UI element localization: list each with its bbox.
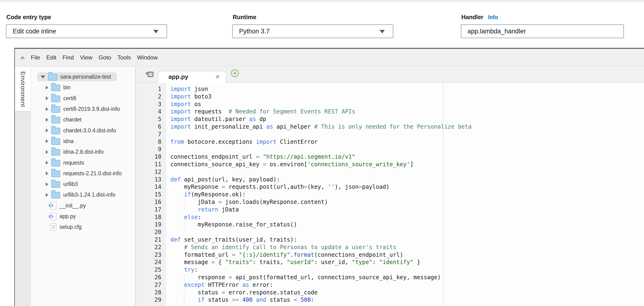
code-line[interactable]: 27 except HTTPError as error: [136, 281, 644, 289]
tree-item-root[interactable]: sara-personalize-test [31, 71, 135, 82]
tree-item[interactable]: urllib3-1.24.1.dist-info [31, 190, 135, 200]
code-line[interactable]: 25 try: [136, 266, 644, 274]
code-line[interactable]: 18 else: [136, 214, 644, 221]
code-text[interactable]: def api_post(url, key, payload): [166, 176, 280, 184]
collapse-arrow-icon[interactable] [46, 118, 48, 122]
tree-item[interactable]: app.py [31, 211, 135, 222]
collapse-arrow-icon[interactable] [46, 86, 48, 89]
collapse-arrow-icon[interactable] [46, 150, 48, 154]
code-text[interactable]: connections_source_api_key = os.environ[… [166, 161, 414, 168]
code-text[interactable]: message = { "traits": traits, "userId": … [166, 259, 420, 266]
code-line[interactable]: 21def set_user_traits(user_id, traits): [136, 236, 644, 244]
code-text[interactable]: jData = json.loads(myResponse.content) [166, 199, 328, 206]
code-text[interactable]: import init_personalize_api as api_helpe… [166, 123, 472, 131]
code-text[interactable] [166, 229, 170, 236]
collapse-arrow-icon[interactable] [46, 139, 48, 143]
code-line[interactable]: 22 # Sends an identify call to Personas … [136, 244, 644, 251]
code-line[interactable]: 2import boto3 [136, 93, 644, 101]
code-line[interactable]: 11connections_source_api_key = os.enviro… [136, 161, 644, 168]
menu-view[interactable]: View [77, 54, 96, 61]
tree-item[interactable]: bin [31, 82, 135, 93]
code-text[interactable]: import json [166, 85, 208, 93]
code-text[interactable]: import dateutil.parser as dp [166, 116, 266, 123]
menu-goto[interactable]: Goto [96, 54, 114, 61]
code-line[interactable]: 14 myResponse = requests.post(url,auth=(… [136, 183, 644, 191]
tab-list-icon[interactable] [146, 71, 154, 79]
expand-arrow-icon[interactable] [41, 75, 45, 78]
menu-window[interactable]: Window [134, 54, 161, 61]
code-text[interactable] [166, 131, 170, 138]
code-line[interactable]: 29 if status >= 400 and status < 500: [136, 296, 644, 304]
tree-item[interactable]: idna-2.8.dist-info [31, 147, 135, 157]
code-text[interactable]: connections_endpoint_url = "https://api.… [166, 153, 355, 161]
code-text[interactable]: else: [166, 214, 201, 221]
collapse-arrow-icon[interactable] [46, 182, 48, 186]
code-line[interactable]: 9 [136, 146, 644, 153]
code-line[interactable]: 12 [136, 168, 644, 176]
code-line[interactable]: 28 status = error.response.status_code [136, 289, 644, 297]
menu-edit[interactable]: Edit [43, 54, 59, 61]
tree-item[interactable]: requests-2.21.0.dist-info [31, 168, 135, 179]
tree-item[interactable]: idna [31, 136, 135, 147]
collapse-panel-icon[interactable] [20, 56, 25, 59]
tree-item[interactable]: certifi-2019.3.9.dist-info [31, 104, 135, 114]
code-line[interactable]: 16 jData = json.loads(myResponse.content… [136, 199, 644, 206]
code-text[interactable]: status = error.response.status_code [166, 289, 318, 297]
code-text[interactable]: import boto3 [166, 93, 211, 101]
collapse-arrow-icon[interactable] [46, 161, 48, 165]
menu-file[interactable]: File [28, 54, 43, 61]
code-text[interactable]: if status >= 400 and status < 500: [166, 296, 314, 304]
collapse-arrow-icon[interactable] [46, 171, 48, 175]
code-text[interactable]: import os [166, 101, 201, 108]
code-line[interactable]: 10connections_endpoint_url = "https://ap… [136, 153, 644, 161]
code-line[interactable]: 15 if(myResponse.ok): [136, 191, 644, 199]
menu-tools[interactable]: Tools [114, 54, 134, 61]
handler-input[interactable] [461, 24, 624, 38]
code-line[interactable]: 19 myResponse.raise_for_status() [136, 221, 644, 229]
handler-info-link[interactable]: Info [488, 14, 498, 20]
code-text[interactable]: def set_user_traits(user_id, traits): [166, 236, 297, 244]
code-line[interactable]: 4import requests # Needed for Segment Ev… [136, 108, 644, 116]
code-text[interactable]: formatted_url = "{:s}/identify".format(c… [166, 251, 403, 259]
collapse-arrow-icon[interactable] [46, 107, 48, 111]
tab-app-py[interactable]: app.py × [158, 71, 226, 83]
runtime-select[interactable]: Python 3.7 [232, 24, 393, 38]
tree-item[interactable]: __init__.py [31, 200, 135, 211]
tree-item[interactable]: requests [31, 157, 135, 168]
tree-item[interactable]: chardet [31, 114, 135, 125]
code-line[interactable]: 17 return jData [136, 206, 644, 214]
code-text[interactable]: try: [166, 266, 198, 274]
code-editor[interactable]: 1import json2import boto33import os4impo… [136, 83, 644, 306]
close-tab-icon[interactable]: × [216, 71, 220, 82]
code-entry-type-select[interactable]: Edit code inline [6, 24, 167, 38]
code-line[interactable]: 26 response = api_post(formatted_url, co… [136, 274, 644, 281]
collapse-arrow-icon[interactable] [46, 129, 48, 132]
tree-item[interactable]: chardet-3.0.4.dist-info [31, 125, 135, 136]
code-text[interactable]: myResponse = requests.post(url,auth=(key… [166, 183, 390, 191]
code-line[interactable]: 13def api_post(url, key, payload): [136, 176, 644, 184]
code-line[interactable]: 20 [136, 229, 644, 236]
tree-item[interactable]: certifi [31, 93, 135, 104]
code-line[interactable]: 3import os [136, 101, 644, 108]
code-text[interactable]: import requests # Needed for Segment Eve… [166, 108, 355, 116]
code-line[interactable]: 8from botocore.exceptions import ClientE… [136, 138, 644, 146]
code-text[interactable]: from botocore.exceptions import ClientEr… [166, 138, 318, 146]
tree-item[interactable]: urllib3 [31, 179, 135, 190]
tab-environment[interactable]: Environment [15, 67, 30, 112]
code-text[interactable]: return jData [166, 206, 239, 214]
collapse-arrow-icon[interactable] [46, 193, 48, 197]
tree-item[interactable]: setup.cfg [31, 222, 135, 232]
code-text[interactable]: # Sends an identify call to Personas to … [166, 244, 396, 251]
code-text[interactable]: myResponse.raise_for_status() [166, 221, 297, 229]
collapse-arrow-icon[interactable] [46, 96, 48, 100]
code-line[interactable]: 24 message = { "traits": traits, "userId… [136, 259, 644, 266]
code-text[interactable]: except HTTPError as error: [166, 281, 273, 289]
code-text[interactable]: if(myResponse.ok): [166, 191, 246, 199]
menu-find[interactable]: Find [60, 54, 77, 61]
code-text[interactable] [166, 146, 170, 153]
code-line[interactable]: 23 formatted_url = "{:s}/identify".forma… [136, 251, 644, 259]
new-tab-plus-icon[interactable] [230, 69, 239, 78]
code-text[interactable]: response = api_post(formatted_url, conne… [166, 274, 441, 281]
code-line[interactable]: 1import json [136, 85, 644, 93]
code-line[interactable]: 7 [136, 131, 644, 138]
